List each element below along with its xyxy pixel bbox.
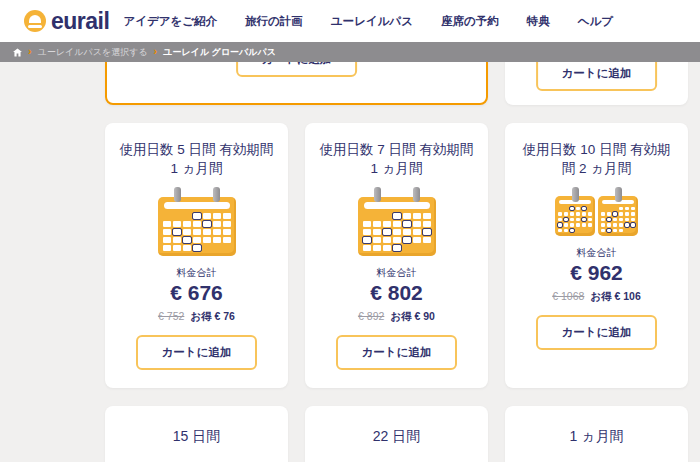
breadcrumb-home[interactable] — [13, 48, 22, 57]
calendar-icon — [358, 187, 436, 256]
eurail-logo[interactable]: eurail — [24, 10, 109, 33]
pass-card-title: 22 日間 — [373, 428, 420, 446]
add-to-cart-button[interactable]: カートに追加 — [336, 335, 458, 370]
binder-ring — [615, 187, 622, 202]
savings-amount: お得 € 106 — [590, 290, 640, 302]
pass-card: 使用日数 10 日間 有効期間 2 ヵ月間 料金合計 € 962 € 1068 … — [505, 123, 688, 388]
add-to-cart-button[interactable]: カートに追加 — [536, 315, 658, 350]
nav-item-3[interactable]: ユーレイルパス — [331, 14, 413, 29]
content-area: カートに追加 カートに追加 使用日数 5 日間 有効期間 1 ヵ月間 料金合計 … — [0, 42, 700, 462]
pass-card: 使用日数 5 日間 有効期間 1 ヵ月間 料金合計 € 676 € 752 お得… — [105, 123, 288, 388]
pass-card: 1 ヵ月間 — [505, 406, 688, 462]
calendar-icon — [158, 187, 236, 256]
chevron-separator-icon: › — [154, 46, 158, 57]
home-icon — [13, 48, 22, 57]
calendar-icon-slot — [158, 187, 236, 256]
browser-viewport: eurail アイデアをご紹介旅行の計画ユーレイルパス座席の予約特典ヘルプ › … — [0, 0, 700, 462]
nav-item-5[interactable]: 特典 — [527, 14, 550, 29]
pass-card: 使用日数 7 日間 有効期間 1 ヵ月間 料金合計 € 802 € 892 お得… — [305, 123, 488, 388]
price-total-label: 料金合計 — [377, 266, 417, 280]
nav-item-4[interactable]: 座席の予約 — [441, 14, 499, 29]
pass-row-main: 使用日数 5 日間 有効期間 1 ヵ月間 料金合計 € 676 € 752 お得… — [105, 123, 700, 388]
old-price: € 752 — [158, 310, 184, 322]
add-to-cart-button[interactable]: カートに追加 — [136, 335, 258, 370]
nav-item-6[interactable]: ヘルプ — [578, 14, 613, 29]
price-value: € 962 — [570, 261, 623, 285]
calendar-icon-slot — [555, 187, 638, 237]
savings-amount: お得 € 90 — [390, 310, 435, 322]
pass-card-title: 1 ヵ月間 — [569, 428, 623, 446]
pass-card: 22 日間 — [305, 406, 488, 462]
savings-amount: お得 € 76 — [190, 310, 235, 322]
pass-row-bottom: 15 日間 22 日間 1 ヵ月間 — [105, 406, 700, 462]
price-value: € 802 — [370, 281, 423, 305]
pass-card-title: 15 日間 — [173, 428, 220, 446]
binder-ring — [374, 187, 381, 202]
pass-card-title: 使用日数 5 日間 有効期間 1 ヵ月間 — [117, 141, 276, 179]
nav-item-1[interactable]: アイデアをご紹介 — [123, 14, 217, 29]
discount-line: € 752 お得 € 76 — [158, 310, 235, 324]
eurail-logo-text: eurail — [51, 10, 109, 33]
breadcrumb-item-select-pass[interactable]: ユーレイルパスを選択する — [38, 46, 148, 59]
calendar-grid — [358, 213, 436, 251]
main-nav: アイデアをご紹介旅行の計画ユーレイルパス座席の予約特典ヘルプ — [123, 14, 613, 29]
calendar-grid — [555, 207, 595, 233]
chevron-separator-icon: › — [28, 46, 32, 57]
binder-ring — [413, 187, 420, 202]
pass-card: 15 日間 — [105, 406, 288, 462]
price-total-label: 料金合計 — [177, 266, 217, 280]
price-value: € 676 — [170, 281, 223, 305]
calendar-icon-slot — [358, 187, 436, 256]
calendar-grid — [598, 207, 638, 233]
breadcrumb: › ユーレイルパスを選択する › ユーレイル グローバルパス — [0, 42, 700, 62]
nav-item-2[interactable]: 旅行の計画 — [245, 14, 303, 29]
binder-ring — [572, 187, 579, 202]
old-price: € 1068 — [552, 290, 584, 302]
discount-line: € 892 お得 € 90 — [358, 310, 435, 324]
top-navbar: eurail アイデアをご紹介旅行の計画ユーレイルパス座席の予約特典ヘルプ — [0, 0, 700, 42]
pass-card-title: 使用日数 10 日間 有効期間 2 ヵ月間 — [517, 141, 676, 179]
binder-ring — [174, 187, 181, 202]
double-calendar-icon — [555, 187, 638, 237]
pass-card-title: 使用日数 7 日間 有効期間 1 ヵ月間 — [317, 141, 476, 179]
discount-line: € 1068 お得 € 106 — [552, 290, 641, 304]
eurail-logo-icon — [24, 10, 46, 32]
breadcrumb-item-global-pass: ユーレイル グローバルパス — [163, 46, 276, 59]
binder-ring — [213, 187, 220, 202]
old-price: € 892 — [358, 310, 384, 322]
price-total-label: 料金合計 — [577, 246, 617, 260]
calendar-grid — [158, 213, 236, 251]
